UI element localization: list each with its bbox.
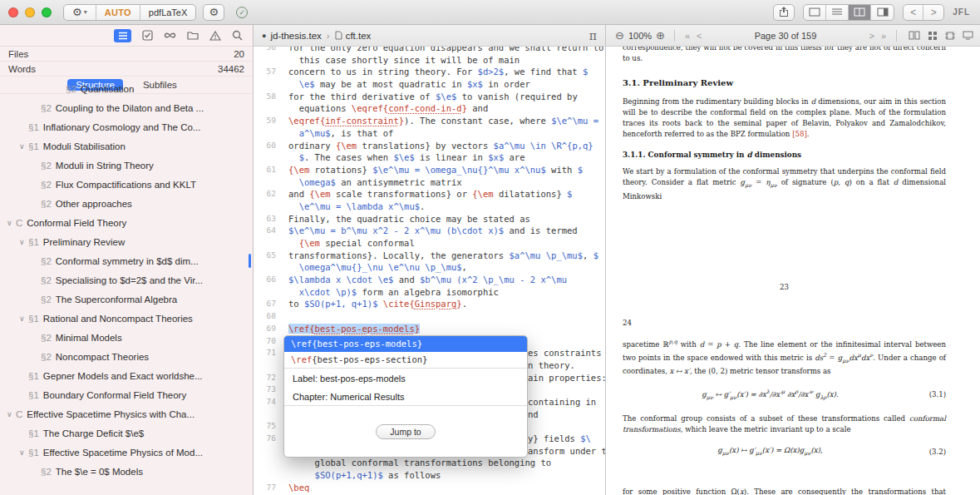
line-number bbox=[254, 237, 282, 250]
share-button[interactable] bbox=[773, 4, 795, 21]
autocomplete-option[interactable]: \ref{best-pos-eps-section} bbox=[284, 352, 527, 368]
zoom-out-button[interactable]: ⊖ bbox=[615, 29, 624, 42]
code-line[interactable]: 65transformations}. Locally, the generat… bbox=[254, 250, 605, 262]
outline-item[interactable]: §2Flux Compactifications and KKLT bbox=[0, 175, 253, 194]
presentation-button[interactable] bbox=[963, 31, 973, 41]
outline-item-marker: §2 bbox=[41, 256, 52, 266]
pdf-preview[interactable]: correspondence, they will not be covered… bbox=[606, 47, 980, 495]
code-line[interactable]: \omega$ an antisymmetric matrix bbox=[254, 176, 605, 189]
page-indicator[interactable]: Page 30 of 159 bbox=[706, 31, 866, 41]
layout-single-button[interactable] bbox=[804, 5, 826, 20]
outline-item[interactable]: §2Other approaches bbox=[0, 194, 253, 213]
chevron-down-icon[interactable]: ∨ bbox=[19, 142, 28, 151]
layout-editor-button[interactable] bbox=[826, 5, 849, 20]
chevron-down-icon[interactable]: ∨ bbox=[19, 448, 28, 457]
last-page-button[interactable]: » bbox=[881, 31, 886, 41]
todo-tab-button[interactable] bbox=[142, 30, 153, 41]
code-line[interactable]: 60ordinary {\em translations} by vectors… bbox=[254, 140, 605, 152]
previous-page-button[interactable]: < bbox=[697, 31, 702, 41]
thumbnails-button[interactable] bbox=[928, 31, 938, 41]
code-line[interactable]: 63Finally, the quadratic choice may be s… bbox=[254, 213, 605, 225]
typeset-log-button[interactable]: JFL bbox=[953, 7, 970, 17]
code-line[interactable]: 56for the only zero equation disappears … bbox=[254, 47, 605, 54]
outline-item[interactable]: §2Conformal symmetry in $d$ dim... bbox=[0, 251, 253, 270]
code-line[interactable]: 67to $SO(p+1, q+1)$ \cite{Ginsparg}. bbox=[254, 298, 605, 310]
zoom-in-button[interactable]: ⊕ bbox=[656, 29, 665, 42]
chevron-down-icon[interactable]: ∨ bbox=[7, 410, 16, 418]
typeset-status-button[interactable]: ✓ bbox=[231, 4, 253, 21]
autocomplete-option[interactable]: \ref{best-pos-eps-models} bbox=[284, 336, 527, 352]
outline-item[interactable]: §1Gepner Models and Exact worldshe... bbox=[0, 366, 253, 385]
code-line[interactable]: {\em special conformal bbox=[254, 237, 605, 250]
outline-tab-button[interactable] bbox=[114, 29, 131, 42]
outline-item[interactable]: §2The $\e = 0$ Models bbox=[0, 462, 253, 481]
outline-item[interactable]: §2Quantisation bbox=[0, 79, 253, 98]
code-line[interactable]: $SO(p+1,q+1)$ as follows bbox=[254, 469, 605, 482]
code-line[interactable]: \e$ may be at most quadratic in $x$ in o… bbox=[254, 78, 605, 91]
outline-item[interactable]: §2Noncompact Theories bbox=[0, 347, 253, 366]
jump-to-button[interactable]: Jump to bbox=[376, 424, 435, 439]
close-button[interactable] bbox=[8, 7, 18, 17]
layout-split-button[interactable] bbox=[849, 5, 871, 20]
code-line[interactable]: 68 bbox=[254, 310, 605, 323]
bibliography-tab-button[interactable] bbox=[164, 32, 176, 39]
code-text: Finally, the quadratic choice may be sta… bbox=[282, 213, 530, 225]
code-line[interactable]: $. The cases when $\e$ is linear in $x$ … bbox=[254, 151, 605, 164]
outline-item[interactable]: §1The Charge Deficit $\e$ bbox=[0, 423, 253, 443]
math-symbols-button[interactable]: π bbox=[589, 29, 597, 42]
code-line[interactable]: 62and {\em scale transformations} or {\e… bbox=[254, 188, 605, 200]
back-button[interactable]: < bbox=[904, 5, 923, 20]
outline-item[interactable]: ∨§1Preliminary Review bbox=[0, 232, 253, 251]
outline-item[interactable]: §1Boundary Conformal Field Theory bbox=[0, 385, 253, 404]
breadcrumb-current-file[interactable]: cft.tex bbox=[346, 31, 372, 41]
code-text: \e^\mu = \lambda x^\mu$. bbox=[282, 200, 425, 213]
root-document-icon: ● bbox=[262, 32, 266, 40]
code-line[interactable]: 69\ref{best-pos-eps-models} bbox=[254, 323, 605, 335]
engine-button[interactable]: pdfLaTeX bbox=[140, 5, 195, 20]
settings-button[interactable]: ⚙ bbox=[203, 4, 224, 21]
code-line[interactable]: \omega^\mu{}_\nu \e^\nu \p_\mu$, bbox=[254, 261, 605, 274]
outline-item[interactable]: §2Specialising to $d=2$ and the Vir... bbox=[0, 270, 253, 290]
breadcrumb-root-file[interactable]: jd-thesis.tex bbox=[270, 31, 321, 41]
code-line[interactable]: equations \eqref{conf-cond-in-d} and bbox=[254, 102, 605, 115]
outline-item[interactable]: ∨§1Effective Spacetime Physics of Mod... bbox=[0, 443, 253, 462]
warnings-tab-button[interactable] bbox=[209, 31, 221, 41]
outline-item[interactable]: §2Moduli in String Theory bbox=[0, 156, 253, 175]
outline-item[interactable]: ∨CConformal Field Theory bbox=[0, 213, 253, 232]
code-line[interactable]: 64$\e^\mu = b^\mu x^2 - 2 x^\mu (b\cdot … bbox=[254, 225, 605, 237]
outline-item[interactable]: §2Minimal Models bbox=[0, 328, 253, 347]
zoom-button[interactable] bbox=[42, 7, 52, 17]
chevron-down-icon[interactable]: ∨ bbox=[19, 238, 28, 246]
outline-item[interactable]: ∨§1Moduli Stabilisation bbox=[0, 136, 253, 156]
outline-item[interactable]: §1Inflationary Cosmology and The Co... bbox=[0, 117, 253, 136]
minimize-button[interactable] bbox=[25, 7, 35, 17]
code-line[interactable]: x\cdot \p)$ form an algebra isomorphic bbox=[254, 286, 605, 299]
code-line[interactable]: this case shortly since it will be of ma… bbox=[254, 54, 605, 67]
outline-item[interactable]: §2Coupling to the Dilaton and Beta ... bbox=[0, 98, 253, 117]
code-text: global conformal transformations belongi… bbox=[282, 457, 551, 469]
crop-view-button[interactable] bbox=[945, 31, 955, 41]
code-line[interactable]: a^\mu$, is that of bbox=[254, 127, 605, 140]
typeset-settings-button[interactable]: ⚙ ▾ bbox=[64, 5, 96, 20]
search-tab-button[interactable] bbox=[232, 30, 243, 41]
outline-item[interactable]: ∨CEffective Spacetime Physics with Cha..… bbox=[0, 404, 253, 423]
outline-item[interactable]: §2The Superconformal Algebra bbox=[0, 290, 253, 309]
code-line[interactable]: 66$\lambda x \cdot \e$ and $b^\mu (x^2 \… bbox=[254, 274, 605, 286]
layout-pdf-button[interactable] bbox=[871, 5, 894, 20]
code-line[interactable]: 61{\em rotations} $\e^\mu = \omega_\nu{}… bbox=[254, 164, 605, 176]
code-line[interactable]: \e^\mu = \lambda x^\mu$. bbox=[254, 200, 605, 213]
code-line[interactable]: 59\eqref{inf-constraint}). The constant … bbox=[254, 115, 605, 127]
auto-typeset-button[interactable]: AUTO bbox=[96, 5, 140, 20]
files-tab-button[interactable] bbox=[187, 31, 199, 40]
forward-button[interactable]: > bbox=[923, 5, 943, 20]
code-line[interactable]: 57concern to us in string theory. For $d… bbox=[254, 66, 605, 78]
code-line[interactable]: 77\beq bbox=[254, 482, 605, 494]
chevron-down-icon[interactable]: ∨ bbox=[7, 219, 16, 227]
code-line[interactable]: 58for the third derivative of $\e$ to va… bbox=[254, 91, 605, 103]
two-page-view-button[interactable] bbox=[909, 31, 920, 41]
outline-item[interactable]: ∨§1Rational and Noncompact Theories bbox=[0, 309, 253, 328]
chevron-down-icon[interactable]: ∨ bbox=[19, 314, 28, 323]
first-page-button[interactable]: « bbox=[685, 31, 690, 41]
code-line[interactable]: global conformal transformations belongi… bbox=[254, 457, 605, 469]
next-page-button[interactable]: > bbox=[869, 31, 874, 41]
